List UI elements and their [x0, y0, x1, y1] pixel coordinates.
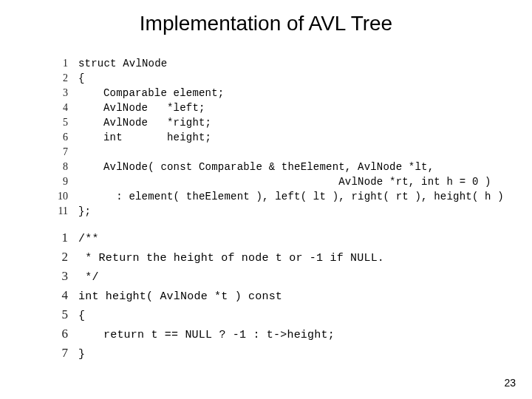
line-number: 1: [46, 58, 78, 69]
code-text: int height( AvlNode *t ) const: [78, 290, 282, 303]
line-number: 5: [46, 117, 78, 129]
code-line: 2 * Return the height of node t or -1 if…: [46, 250, 384, 269]
code-text: return t == NULL ? -1 : t->height;: [78, 329, 335, 341]
code-line: 3 */: [46, 269, 384, 288]
line-number: 5: [46, 307, 78, 322]
code-text: {: [78, 72, 85, 84]
line-number: 6: [46, 132, 78, 143]
code-text: };: [78, 205, 91, 217]
code-line: 4 int height( AvlNode *t ) const: [46, 288, 384, 307]
line-number: 10: [46, 191, 78, 202]
line-number: 7: [46, 346, 78, 361]
code-text: AvlNode *right;: [78, 117, 211, 129]
line-number: 2: [46, 72, 78, 84]
code-text: }: [78, 348, 85, 361]
code-text: AvlNode *left;: [78, 102, 205, 114]
code-line: 4 AvlNode *left;: [46, 102, 504, 117]
code-line: 11 };: [46, 205, 504, 220]
code-line: 3 Comparable element;: [46, 87, 504, 102]
code-line: 10 : element( theElement ), left( lt ), …: [46, 191, 504, 205]
page-number: 23: [504, 377, 516, 389]
code-line: 5 {: [46, 307, 384, 327]
line-number: 6: [46, 327, 78, 341]
line-number: 2: [46, 250, 78, 265]
slide: Implementation of AVL Tree 1 struct AvlN…: [0, 0, 532, 399]
line-number: 3: [46, 269, 78, 284]
code-line: 6 int height;: [46, 132, 504, 146]
code-line: 2 {: [46, 72, 504, 87]
line-number: 4: [46, 102, 78, 114]
line-number: 8: [46, 161, 78, 173]
code-line: 7 }: [46, 346, 384, 365]
code-text: struct AvlNode: [78, 58, 167, 69]
code-line: 1 /**: [46, 231, 384, 250]
code-line: 7: [46, 146, 504, 161]
code-line: 5 AvlNode *right;: [46, 117, 504, 132]
code-text: /**: [78, 233, 99, 245]
code-text: AvlNode *rt, int h = 0 ): [78, 176, 491, 188]
code-text: : element( theElement ), left( lt ), rig…: [78, 191, 504, 202]
line-number: 11: [46, 205, 78, 217]
line-number: 7: [46, 146, 78, 158]
code-text: Comparable element;: [78, 87, 224, 99]
code-text: */: [78, 271, 99, 284]
line-number: 1: [46, 231, 78, 245]
code-line: 1 struct AvlNode: [46, 58, 504, 72]
code-text: * Return the height of node t or -1 if N…: [78, 252, 384, 265]
code-block-height-fn: 1 /** 2 * Return the height of node t or…: [46, 231, 384, 365]
code-line: 8 AvlNode( const Comparable & theElement…: [46, 161, 504, 176]
line-number: 4: [46, 288, 78, 303]
code-text: {: [78, 310, 85, 322]
code-line: 6 return t == NULL ? -1 : t->height;: [46, 327, 384, 346]
code-text: AvlNode( const Comparable & theElement, …: [78, 161, 434, 173]
line-number: 3: [46, 87, 78, 99]
code-line: 9 AvlNode *rt, int h = 0 ): [46, 176, 504, 191]
code-block-struct: 1 struct AvlNode 2 { 3 Comparable elemen…: [46, 58, 504, 220]
slide-title: Implementation of AVL Tree: [0, 12, 532, 35]
line-number: 9: [46, 176, 78, 188]
code-text: int height;: [78, 132, 211, 143]
